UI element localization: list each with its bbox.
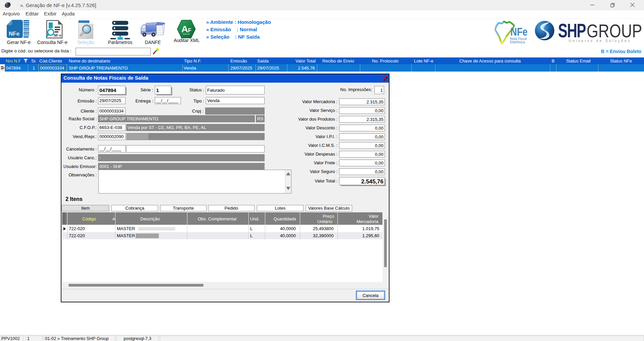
svg-text:NFe: NFe (510, 26, 527, 38)
svg-text:Universo de Soluções: Universo de Soluções (569, 39, 631, 43)
svg-text:F: F (188, 28, 191, 33)
svg-text:GROUP: GROUP (587, 20, 642, 41)
svg-text:SHP: SHP (558, 20, 586, 42)
svg-text:NF-e: NF-e (54, 34, 61, 37)
svg-text:Validador: Validador (183, 33, 190, 35)
svg-text:NFe: NFe (9, 31, 19, 37)
svg-text:Eletrônica: Eletrônica (510, 40, 525, 44)
